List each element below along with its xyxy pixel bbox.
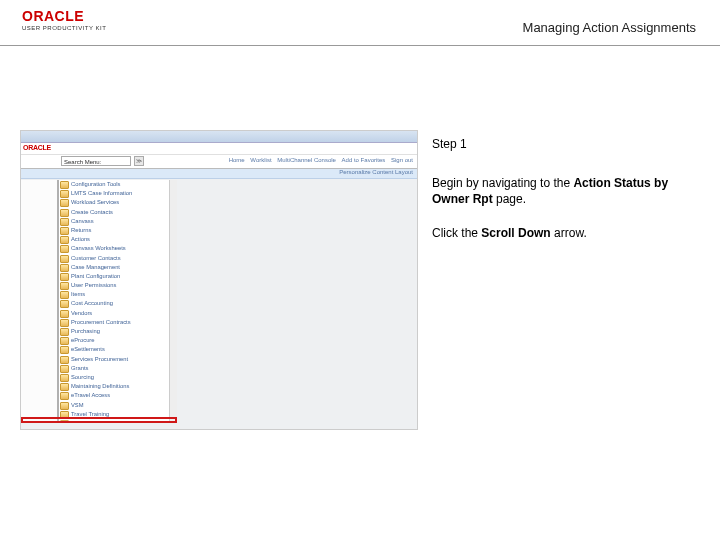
sidebar-item[interactable]: Plant Configuration› <box>59 272 176 281</box>
sidebar-item[interactable]: Actions› <box>59 235 176 244</box>
sidebar-item[interactable]: Services Procurement› <box>59 355 176 364</box>
instruction-text: Begin by navigating to the <box>432 176 573 190</box>
sidebar-item[interactable]: eProcure› <box>59 336 176 345</box>
sidebar-item[interactable]: LMTS Case Information› <box>59 189 176 198</box>
sidebar-item[interactable]: Create Contacts <box>59 208 176 217</box>
app-brandrow: ORACLE <box>21 143 417 155</box>
page-title: Managing Action Assignments <box>523 20 696 35</box>
embedded-screenshot: ORACLE Search Menu: ≫ Home Worklist Mult… <box>20 130 418 430</box>
app-topbar <box>21 131 417 143</box>
instruction-text: page. <box>493 192 526 206</box>
search-go-icon[interactable]: ≫ <box>134 156 144 166</box>
step-label: Step 1 <box>432 136 698 152</box>
sidebar-item[interactable]: Configuration Tools› <box>59 180 176 189</box>
sidebar-item[interactable]: Items <box>59 290 176 299</box>
nav-signout[interactable]: Sign out <box>391 157 413 163</box>
document-header: ORACLE USER PRODUCTIVITY KIT Managing Ac… <box>0 0 720 46</box>
instruction-line-1: Begin by navigating to the Action Status… <box>432 175 698 207</box>
logo-subbrand: USER PRODUCTIVITY KIT <box>22 25 106 31</box>
app-logo: ORACLE <box>23 144 51 151</box>
instruction-text: Click the <box>432 226 481 240</box>
sidebar-item[interactable]: Cost Accounting› <box>59 299 176 308</box>
sidebar-item[interactable]: User Permissions <box>59 281 176 290</box>
sidebar-item[interactable]: Procurement Contracts› <box>59 318 176 327</box>
sidebar-item[interactable]: Vendors <box>59 309 176 318</box>
instruction-text: arrow. <box>551 226 587 240</box>
sidebar-item[interactable]: Returns <box>59 226 176 235</box>
top-nav: Home Worklist MultiChannel Console Add t… <box>225 157 413 163</box>
personalize-link[interactable]: Personalize Content Layout <box>339 169 413 175</box>
oracle-logo: ORACLE USER PRODUCTIVITY KIT <box>22 8 106 31</box>
sidebar-item[interactable]: Customer Contacts <box>59 254 176 263</box>
sidebar-item[interactable]: eTravel Access› <box>59 391 176 400</box>
sidebar-item[interactable]: Grants <box>59 364 176 373</box>
app-subbar: Personalize Content Layout <box>21 169 417 179</box>
sidebar-item[interactable]: VSM <box>59 401 176 410</box>
sidebar-item[interactable]: Canvass Worksheets› <box>59 244 176 253</box>
nav-mcc[interactable]: MultiChannel Console <box>277 157 336 163</box>
nav-favorites[interactable]: Add to Favorites <box>342 157 386 163</box>
app-menubar: Search Menu: ≫ Home Worklist MultiChanne… <box>21 155 417 169</box>
sidebar-item[interactable]: Workload Services› <box>59 198 176 207</box>
sidebar-item[interactable]: Case Management› <box>59 263 176 272</box>
logo-brand: ORACLE <box>22 8 106 24</box>
instruction-line-2: Click the Scroll Down arrow. <box>432 225 698 241</box>
nav-worklist[interactable]: Worklist <box>250 157 271 163</box>
sidebar-item[interactable]: Purchasing <box>59 327 176 336</box>
scroll-down-highlight[interactable] <box>21 417 177 423</box>
left-gutter <box>21 180 59 421</box>
sidebar-item[interactable]: eSettlements <box>59 345 176 354</box>
sidebar-scrollbar[interactable] <box>169 180 177 421</box>
search-input[interactable]: Search Menu: <box>61 156 131 166</box>
nav-sidebar: Configuration Tools›LMTS Case Informatio… <box>59 180 177 421</box>
nav-home[interactable]: Home <box>229 157 245 163</box>
sidebar-item[interactable]: Sourcing <box>59 373 176 382</box>
sidebar-item[interactable]: Canvass <box>59 217 176 226</box>
instruction-bold: Scroll Down <box>481 226 550 240</box>
sidebar-item[interactable]: Maintaining Definitions› <box>59 382 176 391</box>
